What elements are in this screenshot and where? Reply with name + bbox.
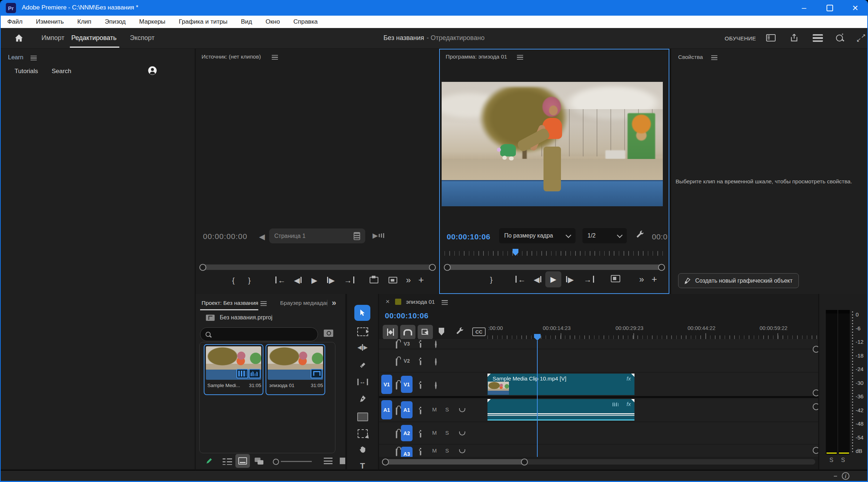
source-add-button-icon[interactable]: +: [418, 275, 424, 284]
track-lock-icon[interactable]: [396, 341, 397, 348]
timeline-playhead-line[interactable]: [537, 340, 538, 457]
timeline-video-clip[interactable]: Sample Media Clip 10.mp4 [V] fx: [487, 374, 634, 395]
project-panel-menu-icon[interactable]: [260, 301, 267, 306]
sync-lock-icon[interactable]: [420, 448, 421, 455]
program-zoom-handle-right[interactable]: [658, 264, 665, 271]
go-to-in-icon[interactable]: ←: [278, 276, 286, 284]
track-target-a2[interactable]: A2: [401, 425, 413, 441]
track-select-tool[interactable]: [357, 327, 368, 336]
program-zoom-handle-left[interactable]: [444, 264, 451, 271]
timeline-v-scrollbar[interactable]: [813, 345, 818, 458]
v-scroll-handle[interactable]: [813, 346, 818, 353]
source-zoom-handle-left[interactable]: [199, 264, 206, 271]
track-mute-button[interactable]: M: [432, 406, 437, 413]
quick-search-icon[interactable]: [836, 34, 844, 42]
fullscreen-icon[interactable]: ↗ ↙: [856, 33, 866, 43]
clipped-toolbar-icon[interactable]: [340, 458, 345, 464]
timeline-panel-menu-icon[interactable]: [442, 300, 448, 305]
timeline-timecode[interactable]: 00:00:10:06: [385, 311, 429, 320]
v-scroll-handle[interactable]: [813, 390, 818, 397]
track-solo-button[interactable]: S: [445, 406, 449, 413]
export-frame-icon[interactable]: [611, 275, 620, 282]
program-video-frame[interactable]: [442, 82, 663, 206]
project-tab[interactable]: Проект: Без названия: [202, 300, 258, 306]
program-step-back-icon[interactable]: ◀: [534, 276, 539, 283]
program-zoom-scrollbar[interactable]: [445, 264, 664, 270]
close-button[interactable]: ×: [843, 0, 867, 16]
track-visibility-eye-icon[interactable]: [435, 382, 437, 389]
program-mark-out-icon[interactable]: }: [490, 276, 493, 283]
menu-view[interactable]: Вид: [241, 18, 252, 25]
writable-pencil-icon[interactable]: [205, 457, 213, 465]
source-patch-a1[interactable]: A1: [381, 400, 392, 419]
meter-solo-left-button[interactable]: S: [829, 457, 833, 463]
sync-lock-icon[interactable]: [420, 358, 421, 365]
sync-lock-icon[interactable]: [420, 430, 421, 438]
timeline-h-scrollbar[interactable]: [382, 459, 815, 465]
timeline-tab-label[interactable]: эпизода 01: [406, 299, 435, 305]
program-mini-ruler[interactable]: [445, 251, 664, 256]
page-selector[interactable]: Страница 1: [269, 228, 365, 243]
learn-button[interactable]: ОБУЧЕНИЕ: [725, 35, 756, 41]
source-more-icon[interactable]: »: [406, 276, 411, 284]
transform-tool[interactable]: [358, 429, 368, 438]
sync-lock-icon[interactable]: [420, 340, 421, 348]
snap-button[interactable]: [400, 325, 415, 339]
page-prev-icon[interactable]: ◀: [259, 233, 265, 240]
mark-in-icon[interactable]: {: [232, 276, 235, 284]
extract-icon[interactable]: [389, 277, 397, 283]
properties-panel-title[interactable]: Свойства: [678, 54, 703, 60]
playback-resolution-selector[interactable]: 1/2: [582, 228, 627, 243]
menu-help[interactable]: Справка: [293, 18, 318, 25]
program-panel-menu-icon[interactable]: [517, 55, 523, 60]
program-timecode[interactable]: 00:00:10:06: [447, 232, 490, 241]
h-scroll-handle-left[interactable]: [382, 458, 389, 465]
media-browser-tab[interactable]: Браузер медиадан: [280, 300, 327, 306]
learn-panel-menu-icon[interactable]: [31, 56, 37, 60]
menu-sequence[interactable]: Эпизод: [105, 18, 126, 25]
zoom-slider[interactable]: [273, 458, 313, 464]
track-target-a1[interactable]: A1: [401, 401, 413, 418]
maximize-button[interactable]: [818, 0, 842, 16]
meter-solo-right-button[interactable]: S: [841, 457, 845, 463]
timeline-audio-clip[interactable]: fx: [487, 399, 634, 421]
breadcrumb[interactable]: Без названия.prproj: [206, 314, 272, 321]
sync-lock-icon[interactable]: [420, 407, 421, 414]
mark-out-icon[interactable]: }: [248, 276, 251, 284]
track-solo-button[interactable]: S: [445, 447, 449, 454]
track-target-a3[interactable]: A3: [401, 447, 413, 457]
h-scroll-thumb[interactable]: [382, 459, 526, 465]
source-panel-title[interactable]: Источник: (нет клипов): [202, 53, 261, 60]
track-lock-icon[interactable]: [396, 407, 397, 415]
v-scroll-handle[interactable]: [813, 447, 818, 454]
user-account-icon[interactable]: [147, 65, 158, 76]
track-mute-button[interactable]: M: [432, 430, 437, 436]
clip-card-sequence[interactable]: эпизода 01 31:05: [266, 344, 325, 395]
program-add-button-icon[interactable]: +: [652, 274, 657, 284]
program-go-to-in-icon[interactable]: ←: [518, 276, 526, 283]
info-icon[interactable]: i: [842, 472, 849, 480]
track-lock-icon[interactable]: [396, 358, 397, 366]
ripple-edit-tool[interactable]: ◀ ▶: [357, 344, 367, 351]
panel-overflow-icon[interactable]: »: [332, 298, 336, 308]
slip-tool[interactable]: ↔: [357, 378, 368, 386]
audio-keyframe-line[interactable]: [487, 413, 634, 414]
program-more-icon[interactable]: »: [639, 275, 644, 284]
track-lock-icon[interactable]: [396, 431, 397, 438]
rectangle-tool[interactable]: [357, 413, 368, 421]
play-icon[interactable]: ▶: [311, 276, 317, 284]
v-scroll-handle[interactable]: [813, 403, 818, 410]
program-go-to-out-icon[interactable]: →: [584, 276, 592, 283]
fit-selector[interactable]: По размеру кадра: [499, 228, 576, 243]
track-visibility-eye-icon[interactable]: [435, 340, 437, 348]
program-panel-title[interactable]: Программа: эпизода 01: [446, 53, 507, 60]
menu-graphics[interactable]: Графика и титры: [179, 18, 228, 25]
program-step-forward-icon[interactable]: ▶: [568, 276, 574, 283]
razor-tool[interactable]: [358, 361, 367, 370]
workspaces-icon[interactable]: [766, 34, 776, 41]
source-zoom-handle-right[interactable]: [429, 264, 436, 271]
add-marker-icon[interactable]: [439, 328, 444, 335]
timeline-settings-wrench-icon[interactable]: [455, 327, 465, 336]
workspace-stack-icon[interactable]: [813, 34, 823, 42]
menu-markers[interactable]: Маркеры: [139, 18, 166, 25]
